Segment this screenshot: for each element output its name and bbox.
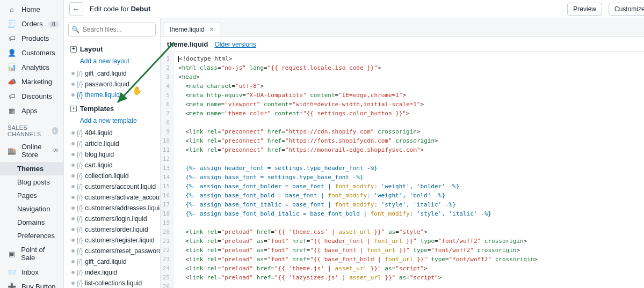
add-channel-icon[interactable]: + <box>52 127 58 135</box>
file-item[interactable]: {/}customers/account.liquid <box>64 181 160 192</box>
orders-icon: 🧾 <box>8 20 16 28</box>
dot-icon <box>71 153 75 156</box>
sidebar-item-apps[interactable]: ▦Apps <box>0 104 63 118</box>
main-area: ← Edit code for Debut Preview Customize … <box>64 0 644 288</box>
sidebar-item-marketing[interactable]: 📣Marketing <box>0 75 63 89</box>
file-item[interactable]: {/}article.liquid <box>64 138 160 149</box>
code-area[interactable]: 1234567891011121314151617181920212223242… <box>161 52 644 288</box>
file-item[interactable]: {/}customers/register.liquid <box>64 235 160 246</box>
dot-icon <box>71 217 75 220</box>
older-versions-link[interactable]: Older versions <box>214 41 256 48</box>
sidebar-item-inbox[interactable]: 📨Inbox <box>0 265 63 279</box>
sidebar-sub-preferences[interactable]: Preferences <box>0 229 63 242</box>
file-item[interactable]: {/}list-collections.liquid <box>64 278 160 288</box>
dot-icon <box>71 83 75 86</box>
sidebar-item-discounts[interactable]: 🏷Discounts <box>0 89 63 104</box>
page-title: Edit code for Debut <box>90 5 150 13</box>
sidebar-item-products[interactable]: 🏷Products <box>0 31 63 46</box>
eye-icon[interactable]: 👁 <box>53 147 59 154</box>
plus-square-icon: + <box>70 46 77 53</box>
badge: 8 <box>48 21 59 27</box>
add-layout-link[interactable]: Add a new layout <box>64 55 160 68</box>
file-item[interactable]: {/}customers/reset_password.li <box>64 246 160 256</box>
file-item[interactable]: {/}gift_card.liquid <box>64 68 160 79</box>
dot-icon <box>71 228 75 231</box>
sidebar-sub-domains[interactable]: Domains <box>0 216 63 229</box>
dot-icon <box>71 282 75 285</box>
sidebar-item-buy-button[interactable]: ➕Buy Button <box>0 279 63 288</box>
file-item[interactable]: {/}customers/login.liquid <box>64 213 160 224</box>
sidebar-sub-blog-posts[interactable]: Blog posts <box>0 175 63 189</box>
file-item[interactable]: {/}theme.liquid <box>64 90 160 100</box>
sidebar-sub-pages[interactable]: Pages <box>0 189 63 202</box>
buy-button-icon: ➕ <box>8 283 16 288</box>
discounts-icon: 🏷 <box>8 92 16 100</box>
dot-icon <box>71 271 75 274</box>
sidebar-item-online-store[interactable]: 🏬Online Store👁 <box>0 139 63 162</box>
apps-icon: ▦ <box>8 107 16 115</box>
sidebar-item-point-of-sale[interactable]: ▣Point of Sale <box>0 242 63 265</box>
dot-icon <box>71 239 75 242</box>
dot-icon <box>71 93 75 97</box>
file-item[interactable]: {/}password.liquid <box>64 79 160 90</box>
file-tree: 🔍 +LayoutAdd a new layout{/}gift_card.li… <box>64 18 161 288</box>
file-item[interactable]: {/}index.liquid <box>64 267 160 278</box>
point-of-sale-icon: ▣ <box>8 250 16 258</box>
sidebar-sub-themes[interactable]: Themes <box>0 162 63 175</box>
preview-button[interactable]: Preview <box>567 3 602 16</box>
plus-square-icon: + <box>70 106 77 112</box>
file-item[interactable]: {/}blog.liquid <box>64 149 160 160</box>
marketing-icon: 📣 <box>8 78 16 86</box>
sidebar-sub-navigation[interactable]: Navigation <box>0 202 63 216</box>
dot-icon <box>71 260 75 263</box>
file-item[interactable]: {/}customers/activate_account. <box>64 192 160 203</box>
home-icon: ⌂ <box>8 5 16 13</box>
dot-icon <box>71 142 75 145</box>
dot-icon <box>71 131 75 135</box>
search-icon: 🔍 <box>71 26 79 33</box>
file-item[interactable]: {/}customers/order.liquid <box>64 224 160 235</box>
editor-header: theme.liquid Older versions Save <box>161 36 644 52</box>
arrow-left-icon: ← <box>72 4 80 13</box>
sidebar-item-home[interactable]: ⌂Home <box>0 2 63 17</box>
cursor-icon: ✋ <box>132 86 142 95</box>
dot-icon <box>71 164 75 167</box>
sidebar-item-customers[interactable]: 👤Customers <box>0 46 63 60</box>
code-editor: theme.liquid ✕ ⛶ theme.liquid Older vers… <box>161 18 644 288</box>
tab-theme-liquid[interactable]: theme.liquid ✕ <box>164 22 220 36</box>
back-button[interactable]: ← <box>69 2 83 16</box>
dot-icon <box>71 249 75 253</box>
customize-theme-button[interactable]: Customize theme <box>609 3 644 16</box>
search-input[interactable] <box>68 23 156 36</box>
file-section-layout[interactable]: +Layout <box>64 41 160 55</box>
analytics-icon: 📊 <box>8 63 16 71</box>
file-item[interactable]: {/}customers/addresses.liquid <box>64 203 160 213</box>
file-item[interactable]: {/}cart.liquid <box>64 160 160 171</box>
sidebar-item-analytics[interactable]: 📊Analytics <box>0 60 63 75</box>
close-icon[interactable]: ✕ <box>209 26 214 33</box>
inbox-icon: 📨 <box>8 268 16 276</box>
sales-channels-header: SALES CHANNELS + <box>0 118 63 139</box>
products-icon: 🏷 <box>8 34 16 42</box>
sidebar-item-orders[interactable]: 🧾Orders8 <box>0 17 63 31</box>
dot-icon <box>71 196 75 199</box>
dot-icon <box>71 174 75 178</box>
editor-tabs: theme.liquid ✕ ⛶ <box>161 18 644 36</box>
file-item[interactable]: {/}collection.liquid <box>64 171 160 181</box>
customers-icon: 👤 <box>8 49 16 57</box>
file-item[interactable]: {/}404.liquid <box>64 128 160 138</box>
store-icon: 🏬 <box>8 147 16 155</box>
dot-icon <box>71 185 75 188</box>
file-section-templates[interactable]: +Templates <box>64 100 160 115</box>
topbar: ← Edit code for Debut Preview Customize … <box>64 0 644 18</box>
file-item[interactable]: {/}gift_card.liquid <box>64 256 160 267</box>
dot-icon <box>71 72 75 75</box>
open-file-name: theme.liquid <box>167 40 208 48</box>
admin-sidebar: ⌂Home🧾Orders8🏷Products👤Customers📊Analyti… <box>0 0 64 288</box>
dot-icon <box>71 206 75 210</box>
add-templates-link[interactable]: Add a new template <box>64 115 160 128</box>
